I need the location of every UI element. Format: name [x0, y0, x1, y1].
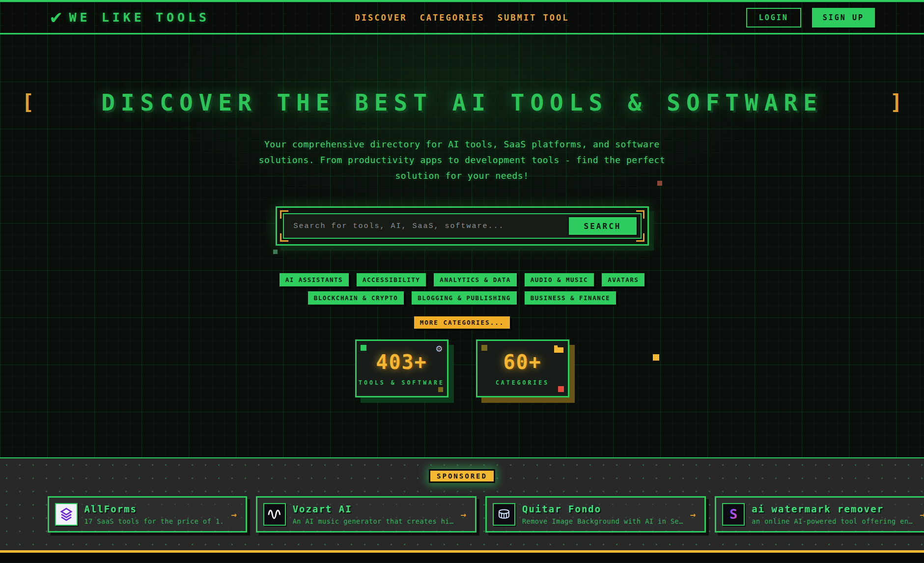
search-input[interactable] [294, 222, 568, 230]
brand-logo[interactable]: ✔ WE LIKE TOOLS [49, 9, 210, 26]
pixel-decoration [558, 386, 564, 392]
sponsor-cards: AllForms 17 SaaS tools for the price of … [48, 496, 877, 533]
pixel-decoration [361, 345, 366, 351]
stat-value: 60+ [503, 351, 541, 373]
stat-value: 403+ [376, 351, 427, 373]
main-nav: DISCOVER CATEGORIES SUBMIT TOOL [355, 13, 569, 23]
arrow-right-icon: → [231, 509, 236, 520]
gradient-s-icon: S [722, 503, 745, 526]
hero-title-row: [ DISCOVER THE BEST AI TOOLS & SOFTWARE … [0, 89, 924, 116]
stat-label: CATEGORIES [496, 379, 549, 386]
hero-subtitle: Your comprehensive directory for AI tool… [0, 137, 924, 184]
stat-cards: ⚙ 403+ TOOLS & SOFTWARE 60+ CATEGORIES [0, 339, 924, 397]
layers-icon [55, 503, 78, 526]
pixel-decoration [273, 250, 278, 254]
category-chip-analytics-data[interactable]: ANALYTICS & DATA [434, 273, 516, 286]
pixel-decoration [438, 387, 443, 392]
subtitle-line: solution for your needs! [0, 168, 924, 184]
login-button[interactable]: LOGIN [746, 8, 801, 28]
subtitle-line: solutions. From productivity apps to dev… [0, 152, 924, 168]
sponsor-card-quitar-fondo[interactable]: Quitar Fondo Remove Image Background wit… [485, 496, 706, 533]
stat-card-categories: 60+ CATEGORIES [476, 339, 569, 397]
sponsor-title: ai watermark remover [752, 504, 913, 514]
category-chip-blogging-publishing[interactable]: BLOGGING & PUBLISHING [412, 291, 517, 305]
svg-text:S: S [729, 507, 737, 522]
sponsor-description: an online AI-powered tool offering en… [752, 517, 913, 525]
header: ✔ WE LIKE TOOLS DISCOVER CATEGORIES SUBM… [0, 0, 924, 34]
pixel-decoration [481, 345, 487, 351]
sponsor-card-ai-watermark-remover[interactable]: S ai watermark remover an online AI-powe… [715, 496, 924, 533]
sponsor-title: Vozart AI [293, 504, 454, 514]
sponsored-section: SPONSORED AllForms 17 SaaS tools for the… [0, 458, 924, 550]
checkmark-icon: ✔ [49, 9, 63, 26]
arrow-right-icon: → [920, 509, 924, 520]
category-chip-ai-assistants[interactable]: AI ASSISTANTS [280, 273, 349, 286]
nav-item-submit-tool[interactable]: SUBMIT TOOL [498, 13, 569, 23]
bracket-right: ] [890, 92, 902, 113]
gear-icon: ⚙ [435, 344, 443, 354]
folder-icon [554, 345, 563, 355]
pixel-decoration [657, 181, 662, 186]
chip-row-2: BLOCKCHAIN & CRYPTO BLOGGING & PUBLISHIN… [308, 291, 616, 305]
sponsor-card-texts: Quitar Fondo Remove Image Background wit… [522, 504, 683, 525]
bracket-left: [ [22, 92, 34, 113]
search-container: SEARCH [276, 206, 649, 246]
sponsor-title: AllForms [84, 504, 224, 514]
category-chip-audio-music[interactable]: AUDIO & MUSIC [525, 273, 594, 286]
nav-item-categories[interactable]: CATEGORIES [420, 13, 484, 23]
stat-card-tools: ⚙ 403+ TOOLS & SOFTWARE [355, 339, 448, 397]
footer [0, 553, 924, 562]
chip-row-1: AI ASSISTANTS ACCESSIBILITY ANALYTICS & … [280, 273, 645, 286]
sponsor-description: 17 SaaS tools for the price of 1. [84, 517, 224, 525]
sponsor-card-vozart-ai[interactable]: Vozart AI An AI music generator that cre… [256, 496, 476, 533]
search-field: SEARCH [283, 213, 642, 239]
category-chip-accessibility[interactable]: ACCESSIBILITY [357, 273, 426, 286]
arrow-right-icon: → [461, 509, 466, 520]
waveform-icon [263, 503, 286, 526]
search-button[interactable]: SEARCH [568, 216, 638, 236]
nav-item-discover[interactable]: DISCOVER [355, 13, 407, 23]
sponsor-card-texts: AllForms 17 SaaS tools for the price of … [84, 504, 224, 525]
subtitle-line: Your comprehensive directory for AI tool… [0, 137, 924, 152]
pixel-decoration [653, 354, 659, 361]
category-chip-business-finance[interactable]: BUSINESS & FINANCE [525, 291, 616, 305]
sponsor-description: An AI music generator that creates hi… [293, 517, 454, 525]
auth-buttons: LOGIN SIGN UP [746, 8, 875, 28]
signup-button[interactable]: SIGN UP [812, 8, 875, 28]
page-title: DISCOVER THE BEST AI TOOLS & SOFTWARE [34, 89, 890, 116]
category-chip-blockchain-crypto[interactable]: BLOCKCHAIN & CRYPTO [308, 291, 404, 305]
sponsor-description: Remove Image Background with AI in Se… [522, 517, 683, 525]
arrow-right-icon: → [690, 509, 696, 520]
brand-name: WE LIKE TOOLS [69, 10, 210, 25]
drum-icon [493, 503, 515, 526]
sponsor-card-texts: ai watermark remover an online AI-powere… [752, 504, 913, 525]
sponsor-card-allforms[interactable]: AllForms 17 SaaS tools for the price of … [48, 496, 247, 533]
more-categories-button[interactable]: MORE CATEGORIES... [414, 316, 510, 329]
category-chip-avatars[interactable]: AVATARS [602, 273, 644, 286]
hero-section: [ DISCOVER THE BEST AI TOOLS & SOFTWARE … [0, 34, 924, 458]
stat-label: TOOLS & SOFTWARE [359, 379, 445, 386]
sponsor-title: Quitar Fondo [522, 504, 683, 514]
category-chips: AI ASSISTANTS ACCESSIBILITY ANALYTICS & … [0, 273, 924, 305]
sponsor-card-texts: Vozart AI An AI music generator that cre… [293, 504, 454, 525]
sponsored-badge: SPONSORED [429, 469, 495, 483]
